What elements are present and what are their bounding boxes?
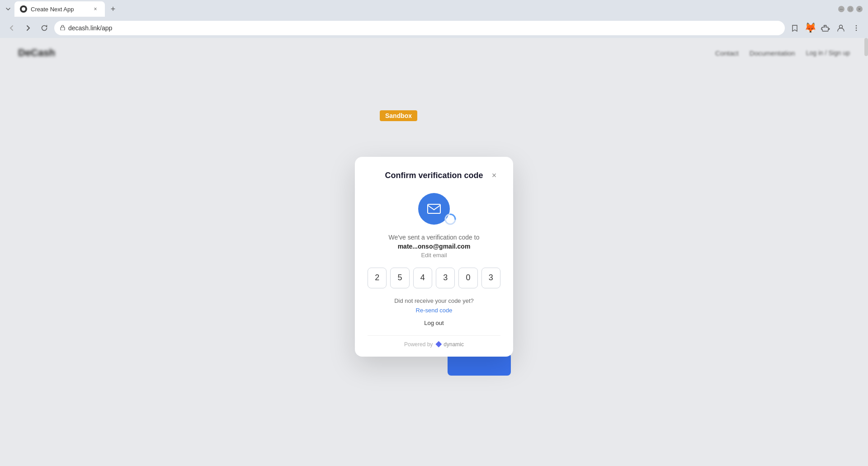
code-digit-4[interactable]: 3 xyxy=(436,268,455,288)
email-icon xyxy=(426,201,442,217)
back-button[interactable] xyxy=(5,22,18,34)
email-address-text: mate...onso@gmail.com xyxy=(368,243,500,250)
verification-code-inputs: 2 5 4 3 0 3 xyxy=(368,268,500,288)
address-bar-lock-icon xyxy=(60,24,66,32)
browser-menu-icon[interactable] xyxy=(850,22,863,34)
tab-dropdown[interactable] xyxy=(4,3,13,15)
profile-icon[interactable] xyxy=(835,22,847,34)
browser-chrome: Create Next App × + ─ □ × decash.link/ap… xyxy=(0,0,868,38)
fox-extension-icon[interactable]: 🦊 xyxy=(804,22,816,34)
code-digit-1[interactable]: 2 xyxy=(368,268,387,288)
sent-message-text: We've sent a verification code to xyxy=(368,234,500,241)
tab-favicon xyxy=(20,5,27,13)
active-tab[interactable]: Create Next App × xyxy=(14,1,105,17)
address-bar[interactable]: decash.link/app xyxy=(54,21,785,35)
loading-spinner xyxy=(444,213,457,226)
powered-by-text: Powered by xyxy=(404,341,433,348)
page-content: DeCash Contact Documentation Log in / Si… xyxy=(0,38,868,466)
modal-title: Confirm verification code xyxy=(380,171,488,180)
browser-titlebar: Create Next App × + ─ □ × xyxy=(0,0,868,18)
verification-modal: Confirm verification code × We've sent a… xyxy=(355,157,513,357)
reload-button[interactable] xyxy=(38,22,51,34)
modal-close-button[interactable]: × xyxy=(488,169,500,182)
code-digit-6[interactable]: 3 xyxy=(481,268,500,288)
svg-point-4 xyxy=(856,28,857,29)
forward-button[interactable] xyxy=(22,22,34,34)
url-text: decash.link/app xyxy=(68,24,779,32)
svg-point-3 xyxy=(856,25,857,27)
svg-rect-6 xyxy=(428,204,440,213)
logout-link[interactable]: Log out xyxy=(368,320,500,326)
dynamic-brand-text: dynamic xyxy=(443,341,464,348)
dynamic-logo: dynamic xyxy=(435,341,464,348)
dynamic-diamond-icon xyxy=(435,341,442,348)
sandbox-badge: Sandbox xyxy=(380,110,417,121)
close-window-button[interactable]: × xyxy=(856,6,863,12)
tab-title: Create Next App xyxy=(31,6,88,13)
modal-header: Confirm verification code × xyxy=(368,169,500,182)
code-digit-5[interactable]: 0 xyxy=(458,268,477,288)
edit-email-link[interactable]: Edit email xyxy=(368,252,500,259)
code-digit-3[interactable]: 4 xyxy=(413,268,432,288)
svg-point-0 xyxy=(22,7,25,11)
email-icon-container xyxy=(368,193,500,225)
code-digit-2[interactable]: 5 xyxy=(390,268,409,288)
resend-section: Did not receive your code yet? Re-send c… xyxy=(368,297,500,314)
new-tab-button[interactable]: + xyxy=(107,3,119,15)
tab-close-button[interactable]: × xyxy=(91,5,99,13)
maximize-button[interactable]: □ xyxy=(847,6,854,12)
modal-overlay: Confirm verification code × We've sent a… xyxy=(0,38,868,466)
svg-point-5 xyxy=(856,30,857,31)
modal-footer: Powered by dynamic xyxy=(368,335,500,348)
resend-question-text: Did not receive your code yet? xyxy=(368,297,500,304)
resend-code-link[interactable]: Re-send code xyxy=(416,307,453,314)
extensions-icon[interactable] xyxy=(819,22,832,34)
bookmark-icon[interactable] xyxy=(788,22,801,34)
svg-rect-1 xyxy=(61,27,65,30)
browser-toolbar: decash.link/app 🦊 xyxy=(0,18,868,38)
toolbar-actions: 🦊 xyxy=(788,22,863,34)
minimize-button[interactable]: ─ xyxy=(838,6,844,12)
